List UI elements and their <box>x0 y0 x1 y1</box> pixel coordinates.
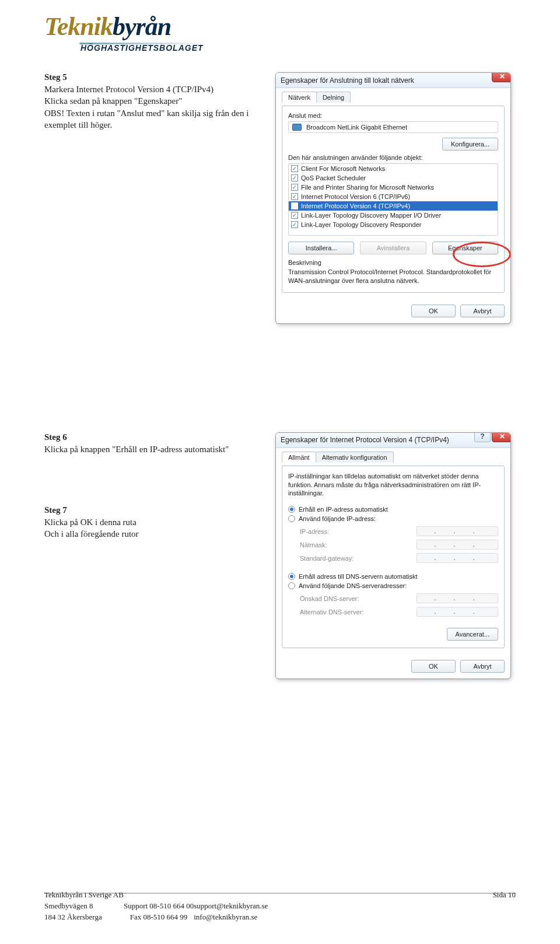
radio-auto-ip[interactable]: Erhåll en IP-adress automatiskt <box>288 505 498 514</box>
close-icon[interactable]: ✕ <box>492 432 511 442</box>
radio-icon <box>288 582 295 589</box>
radio-icon <box>288 506 295 513</box>
dns-preferred-label: Önskad DNS-server: <box>300 595 359 602</box>
adapter-field: Broadcom NetLink Gigabit Ethernet <box>288 121 498 133</box>
step6-line1: Klicka på knappen "Erhåll en IP-adress a… <box>44 443 260 455</box>
ok-button[interactable]: OK <box>411 305 456 317</box>
step5-line3: OBS! Texten i rutan "Anslut med" kan ski… <box>44 107 260 131</box>
step6-head: Steg 6 <box>44 432 260 442</box>
radio-icon <box>288 515 295 522</box>
tab-sharing[interactable]: Delning <box>316 92 351 103</box>
ok-button[interactable]: OK <box>411 660 456 673</box>
checkbox-icon[interactable] <box>291 221 298 228</box>
step7-head: Steg 7 <box>44 505 260 515</box>
checkbox-icon[interactable] <box>291 202 298 209</box>
list-item[interactable]: Link-Layer Topology Discovery Mapper I/O… <box>289 211 498 220</box>
configure-button[interactable]: Konfigurera... <box>442 138 498 151</box>
description-label: Beskrivning <box>288 259 498 266</box>
netmask-label: Nätmask: <box>300 541 327 548</box>
checkbox-icon[interactable] <box>291 193 298 200</box>
page-number: Sida 10 <box>268 890 516 901</box>
footer-fax: Fax 08-510 664 99 <box>124 912 194 923</box>
ip-address-field: . . . <box>416 526 498 536</box>
network-properties-dialog: Egenskaper för Anslutning till lokalt nä… <box>275 72 511 324</box>
ipv4-intro: IP-inställningar kan tilldelas automatis… <box>288 472 498 498</box>
checkbox-icon[interactable] <box>291 165 298 172</box>
adapter-name: Broadcom NetLink Gigabit Ethernet <box>306 124 407 131</box>
dns-alt-label: Alternativ DNS-server: <box>300 609 363 616</box>
cancel-button[interactable]: Avbryt <box>460 305 505 317</box>
logo: Teknikbyrån HÖGHASTIGHETSBOLAGET <box>44 12 516 53</box>
list-item[interactable]: File and Printer Sharing for Microsoft N… <box>289 183 498 192</box>
checkbox-icon[interactable] <box>291 184 298 191</box>
advanced-button[interactable]: Avancerat... <box>447 628 499 641</box>
list-item[interactable]: QoS Packet Scheduler <box>289 173 498 183</box>
radio-auto-dns[interactable]: Erhåll adress till DNS-servern automatis… <box>288 572 498 581</box>
connect-with-label: Anslut med: <box>288 112 498 119</box>
footer-company: Teknikbyrån i Sverige AB <box>44 890 124 901</box>
radio-icon <box>288 573 295 580</box>
step7-line1: Klicka på OK i denna ruta <box>44 516 260 528</box>
install-button[interactable]: Installera... <box>288 242 354 254</box>
tab-general[interactable]: Allmänt <box>282 452 316 463</box>
checkbox-icon[interactable] <box>291 174 298 181</box>
ipv4-properties-dialog: Egenskaper för Internet Protocol Version… <box>275 432 511 680</box>
footer-support: Support 08-510 664 00 <box>124 901 194 912</box>
footer-addr1: Smedbyvägen 8 <box>44 901 124 912</box>
gateway-field: . . . <box>416 553 498 563</box>
uninstall-button: Avinstallera <box>360 242 426 254</box>
step7-line2: Och i alla föregående rutor <box>44 528 260 540</box>
dialog2-titlebar[interactable]: Egenskaper för Internet Protocol Version… <box>276 433 510 448</box>
checkbox-icon[interactable] <box>291 212 298 219</box>
description-text: Transmission Control Protocol/Internet P… <box>288 268 498 285</box>
step5-head: Steg 5 <box>44 72 260 82</box>
list-item[interactable]: Link-Layer Topology Discovery Responder <box>289 220 498 229</box>
footer-email1: support@teknikbyran.se <box>194 901 268 912</box>
list-item[interactable]: Client For Microsoft Networks <box>289 164 498 173</box>
dns-alt-field: . . . <box>416 607 498 617</box>
logo-part2: byrån <box>113 12 171 41</box>
page-footer: Teknikbyrån i Sverige AB Smedbyvägen 8 1… <box>44 890 516 923</box>
dialog2-title: Egenskaper för Internet Protocol Version… <box>281 436 449 444</box>
logo-part1: Teknik <box>44 12 113 41</box>
ip-address-label: IP-adress: <box>300 528 329 535</box>
step5-line2: Klicka sedan på knappen "Egenskaper" <box>44 95 260 107</box>
dns-preferred-field: . . . <box>416 593 498 603</box>
tab-alt-config[interactable]: Alternativ konfiguration <box>316 452 394 463</box>
footer-addr2: 184 32 Åkersberga <box>44 912 124 923</box>
properties-button[interactable]: Egenskaper <box>432 242 498 254</box>
radio-manual-dns[interactable]: Använd följande DNS-serveradresser: <box>288 581 498 590</box>
cancel-button[interactable]: Avbryt <box>460 660 505 673</box>
step5-line1: Markera Internet Protocol Version 4 (TCP… <box>44 83 260 95</box>
nic-icon <box>292 124 302 131</box>
components-list[interactable]: Client For Microsoft Networks QoS Packet… <box>288 163 498 236</box>
help-icon[interactable]: ? <box>474 432 491 442</box>
logo-subtitle: HÖGHASTIGHETSBOLAGET <box>80 43 516 53</box>
netmask-field: . . . <box>416 540 498 550</box>
gateway-label: Standard-gateway: <box>300 555 354 562</box>
dialog1-titlebar[interactable]: Egenskaper för Anslutning till lokalt nä… <box>276 73 510 88</box>
list-item[interactable]: Internet Protocol Version 6 (TCP/IPv6) <box>289 192 498 201</box>
uses-objects-label: Den här anslutningen använder följande o… <box>288 154 498 161</box>
close-icon[interactable]: ✕ <box>492 72 511 82</box>
dialog1-title: Egenskaper för Anslutning till lokalt nä… <box>281 76 414 85</box>
list-item-selected[interactable]: Internet Protocol Version 4 (TCP/IPv4) <box>289 201 498 211</box>
footer-email2: info@teknikbyran.se <box>194 912 268 923</box>
tab-network[interactable]: Nätverk <box>282 92 317 103</box>
radio-manual-ip[interactable]: Använd följande IP-adress: <box>288 514 498 523</box>
